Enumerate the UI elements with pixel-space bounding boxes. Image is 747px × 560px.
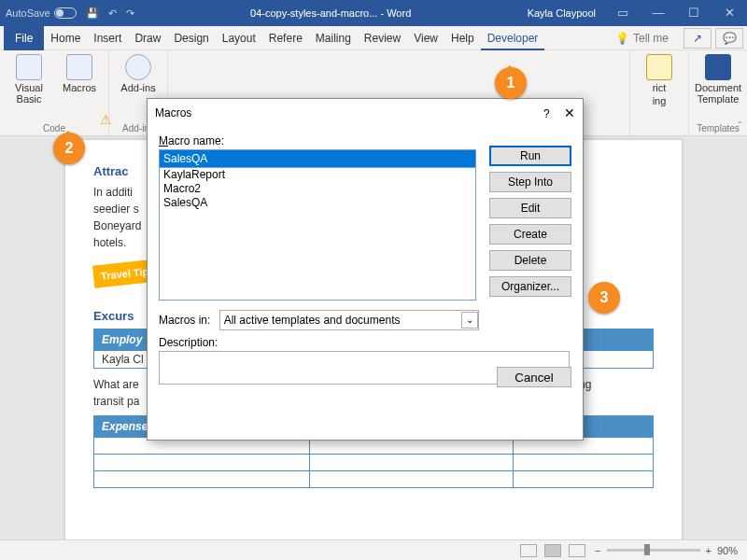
ribbon-group-protect: rict ing — [630, 50, 689, 135]
autosave-toggle[interactable] — [54, 7, 77, 19]
read-mode-icon[interactable] — [520, 544, 537, 557]
chevron-down-icon[interactable]: ⌄ — [461, 312, 478, 329]
restrict-label-2: ing — [653, 95, 667, 106]
close-icon[interactable]: ✕ — [712, 0, 747, 26]
web-layout-icon[interactable] — [569, 544, 585, 557]
save-icon[interactable]: 💾 — [86, 7, 99, 20]
macro-list[interactable]: KaylaReport Macro2 SalesQA — [159, 168, 476, 301]
macros-button[interactable]: Macros — [58, 54, 101, 105]
zoom-level[interactable]: 90% — [717, 545, 738, 556]
undo-icon[interactable]: ↶ — [108, 7, 117, 20]
zoom-slider[interactable] — [607, 549, 700, 552]
title-bar: AutoSave 💾 ↶ ↷ 04-copy-styles-and-macro.… — [0, 0, 747, 26]
callout-1: 1 — [495, 67, 527, 99]
word-template-icon — [705, 54, 731, 80]
create-button[interactable]: Create — [489, 224, 571, 245]
quick-access-toolbar: 💾 ↶ ↷ — [86, 7, 134, 20]
document-template-button[interactable]: Document Template — [697, 54, 740, 105]
tab-mailings[interactable]: Mailing — [309, 26, 358, 50]
autosave-label: AutoSave — [6, 7, 50, 19]
macros-in-value: All active templates and documents — [224, 314, 401, 327]
cancel-button[interactable]: Cancel — [497, 367, 571, 387]
tab-home[interactable]: Home — [44, 26, 87, 50]
macro-name-input[interactable] — [159, 149, 476, 168]
lightbulb-icon: 💡 — [615, 32, 629, 45]
tell-me-label: Tell me — [633, 32, 669, 45]
tab-review[interactable]: Review — [358, 26, 407, 50]
restrict-editing-button[interactable]: rict ing — [638, 54, 681, 106]
tab-layout[interactable]: Layout — [216, 26, 262, 50]
lock-icon — [646, 54, 672, 80]
list-item[interactable]: Macro2 — [160, 182, 475, 196]
macros-label: Macros — [63, 82, 96, 93]
macros-in-label: Macros in: — [159, 314, 210, 327]
edit-button[interactable]: Edit — [489, 198, 571, 218]
tab-references[interactable]: Refere — [262, 26, 309, 50]
list-item[interactable]: SalesQA — [160, 196, 475, 210]
share-icon[interactable]: ↗ — [684, 28, 712, 49]
document-template-label: Document Template — [695, 82, 741, 105]
window-buttons: ▭ — ☐ ✕ — [605, 0, 747, 26]
organizer-button[interactable]: Organizer... — [489, 276, 571, 297]
comments-icon[interactable]: 💬 — [715, 28, 743, 49]
redo-icon[interactable]: ↷ — [126, 7, 134, 20]
collapse-ribbon-icon[interactable]: ˆ — [738, 120, 741, 132]
tab-draw[interactable]: Draw — [128, 26, 167, 50]
warning-icon: ⚠ — [100, 112, 112, 127]
group-label-templates: Templates — [697, 123, 740, 133]
user-name: Kayla Claypool — [528, 7, 596, 19]
view-buttons — [520, 544, 585, 557]
status-bar: − + 90% — [0, 539, 747, 560]
run-button[interactable]: Run — [489, 146, 571, 166]
zoom-in-icon[interactable]: + — [706, 545, 712, 556]
callout-2: 2 — [53, 133, 85, 164]
print-layout-icon[interactable] — [544, 544, 561, 557]
dialog-title: Macros — [155, 106, 191, 119]
dialog-button-column: Run Step Into Edit Create Delete Organiz… — [489, 146, 571, 297]
dialog-titlebar: Macros ? ✕ — [148, 99, 583, 127]
zoom-control: − + 90% — [595, 545, 738, 556]
step-into-button[interactable]: Step Into — [489, 172, 571, 192]
macros-in-combo[interactable]: All active templates and documents ⌄ — [219, 310, 479, 330]
ribbon-tabs: File Home Insert Draw Design Layout Refe… — [0, 26, 747, 50]
visual-basic-label: Visual Basic — [7, 82, 50, 105]
callout-3: 3 — [588, 282, 620, 314]
document-title: 04-copy-styles-and-macro... - Word — [134, 7, 528, 19]
tab-help[interactable]: Help — [444, 26, 481, 50]
close-icon[interactable]: ✕ — [564, 105, 575, 120]
macros-dialog: Macros ? ✕ Macro name: KaylaReport Macro… — [147, 98, 584, 441]
ribbon-group-code: Visual Basic Macros Code — [0, 50, 109, 135]
addins-icon — [125, 54, 151, 80]
visual-basic-button[interactable]: Visual Basic — [7, 54, 50, 105]
autosave-group: AutoSave — [6, 7, 77, 19]
minimize-icon[interactable]: — — [641, 0, 676, 26]
list-item[interactable]: KaylaReport — [160, 168, 475, 182]
delete-button[interactable]: Delete — [489, 250, 571, 271]
description-label: Description: — [159, 336, 571, 349]
tab-view[interactable]: View — [407, 26, 444, 50]
tab-design[interactable]: Design — [167, 26, 215, 50]
zoom-out-icon[interactable]: − — [595, 545, 600, 556]
help-icon[interactable]: ? — [543, 107, 550, 120]
maximize-icon[interactable]: ☐ — [676, 0, 712, 26]
tell-me[interactable]: 💡 Tell me — [608, 32, 676, 45]
tab-file[interactable]: File — [4, 26, 44, 50]
visual-basic-icon — [16, 54, 42, 80]
ribbon-options-icon[interactable]: ▭ — [605, 0, 641, 26]
addins-button[interactable]: Add-ins — [117, 54, 160, 93]
restrict-label-1: rict — [653, 82, 667, 93]
macros-icon — [66, 54, 92, 80]
tab-developer[interactable]: Developer — [481, 26, 545, 50]
tab-insert[interactable]: Insert — [87, 26, 128, 50]
addins-label: Add-ins — [120, 82, 155, 93]
